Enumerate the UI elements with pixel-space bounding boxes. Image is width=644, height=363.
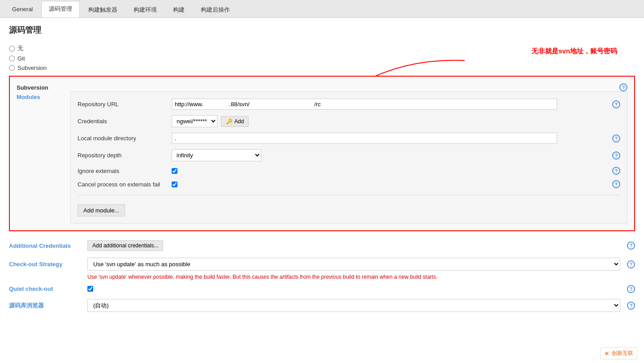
scm-radio-group: 无 Git Subversion bbox=[9, 44, 635, 71]
checkout-strategy-container: Check-out Strategy Use 'svn update' as m… bbox=[9, 258, 635, 280]
subversion-header-row: Subversion ? bbox=[17, 83, 627, 91]
checkout-strategy-select[interactable]: Use 'svn update' as much as possible Alw… bbox=[87, 258, 620, 271]
repository-url-help-icon[interactable]: ? bbox=[612, 100, 620, 108]
modules-content: Repository URL ? Credentials ngwei/*****… bbox=[70, 91, 627, 224]
add-additional-credentials-label: Add additional credentials... bbox=[92, 242, 158, 249]
subversion-section-label: Subversion bbox=[17, 84, 48, 91]
radio-none: 无 bbox=[9, 44, 635, 52]
tab-source-management[interactable]: 源码管理 bbox=[41, 1, 80, 17]
radio-git: Git bbox=[9, 55, 635, 62]
repository-depth-label: Repository depth bbox=[78, 152, 167, 159]
modules-container: Modules Repository URL ? Credentials bbox=[17, 91, 627, 224]
add-additional-credentials-button[interactable]: Add additional credentials... bbox=[87, 240, 163, 251]
radio-subversion-label: Subversion bbox=[17, 65, 47, 71]
radio-none-label: 无 bbox=[17, 44, 23, 52]
checkout-strategy-info: Use 'svn update' whenever possible, maki… bbox=[87, 274, 635, 280]
credentials-add-button[interactable]: 🔑 Add bbox=[221, 116, 249, 127]
repository-url-row: Repository URL ? bbox=[78, 99, 620, 110]
local-module-dir-help-icon[interactable]: ? bbox=[612, 134, 620, 143]
source-browser-help-icon[interactable]: ? bbox=[627, 302, 635, 310]
radio-git-label: Git bbox=[17, 55, 25, 62]
credentials-select[interactable]: ngwei/****** bbox=[172, 115, 217, 127]
radio-none-input[interactable] bbox=[9, 46, 15, 52]
modules-label: Modules bbox=[17, 91, 61, 224]
source-browser-row: 源码库浏览器 (自动) SVN Web Fisheye Phabricator … bbox=[9, 299, 635, 312]
local-module-dir-row: Local module directory ? bbox=[78, 133, 620, 144]
add-module-area: Add module... bbox=[78, 195, 620, 216]
local-module-dir-input[interactable] bbox=[172, 133, 557, 144]
quiet-checkout-label: Quiet check-out bbox=[9, 285, 81, 292]
subversion-section: Subversion ? Modules Repository URL ? bbox=[9, 76, 635, 231]
additional-credentials-row: Additional Credentials Add additional cr… bbox=[9, 240, 635, 251]
repository-url-label: Repository URL bbox=[78, 101, 167, 108]
footer: ✕ 创新互联 bbox=[600, 347, 637, 359]
cancel-process-help-icon[interactable]: ? bbox=[612, 180, 620, 188]
tab-bar: General 源码管理 构建触发器 构建环境 构建 构建后操作 bbox=[0, 0, 644, 18]
repository-url-input[interactable] bbox=[172, 99, 557, 110]
tab-build-environment[interactable]: 构建环境 bbox=[126, 2, 164, 17]
checkout-strategy-row: Check-out Strategy Use 'svn update' as m… bbox=[9, 258, 635, 271]
radio-subversion: Subversion bbox=[9, 65, 635, 71]
source-browser-label: 源码库浏览器 bbox=[9, 302, 81, 310]
additional-credentials-label: Additional Credentials bbox=[9, 242, 81, 249]
page-title: 源码管理 bbox=[9, 25, 635, 35]
additional-credentials-help-icon[interactable]: ? bbox=[627, 242, 635, 250]
repository-depth-row: Repository depth infinity empty files im… bbox=[78, 149, 620, 161]
tab-build-triggers[interactable]: 构建触发器 bbox=[81, 2, 125, 17]
tab-post-build[interactable]: 构建后操作 bbox=[193, 2, 238, 17]
local-module-dir-label: Local module directory bbox=[78, 135, 167, 142]
credentials-label: Credentials bbox=[78, 118, 167, 125]
radio-git-input[interactable] bbox=[9, 56, 15, 61]
page-content: 源码管理 无 Git Subversion 无非就是svn地址，账号密码 bbox=[0, 18, 644, 363]
credentials-row: Credentials ngwei/****** 🔑 Add bbox=[78, 115, 620, 127]
footer-logo: 创新互联 bbox=[612, 350, 633, 357]
key-icon: 🔑 bbox=[226, 118, 233, 125]
footer-icon: ✕ bbox=[604, 350, 609, 357]
checkout-strategy-help-icon[interactable]: ? bbox=[627, 260, 635, 268]
ignore-externals-help-icon[interactable]: ? bbox=[612, 167, 620, 175]
add-module-button[interactable]: Add module... bbox=[78, 204, 125, 216]
ignore-externals-checkbox[interactable] bbox=[172, 168, 177, 174]
cancel-process-label: Cancel process on externals fail bbox=[78, 181, 167, 188]
quiet-checkout-row: Quiet check-out ? bbox=[9, 285, 635, 292]
cancel-process-row: Cancel process on externals fail ? bbox=[78, 180, 620, 188]
tab-build[interactable]: 构建 bbox=[165, 2, 192, 17]
source-browser-select[interactable]: (自动) SVN Web Fisheye Phabricator bbox=[87, 299, 620, 312]
ignore-externals-row: Ignore externals ? bbox=[78, 167, 620, 175]
radio-subversion-input[interactable] bbox=[9, 65, 15, 71]
add-button-label: Add bbox=[234, 118, 244, 125]
repository-depth-help-icon[interactable]: ? bbox=[612, 151, 620, 160]
cancel-process-checkbox[interactable] bbox=[172, 182, 177, 187]
checkout-strategy-label: Check-out Strategy bbox=[9, 261, 81, 268]
quiet-checkout-help-icon[interactable]: ? bbox=[627, 285, 635, 293]
repository-depth-select[interactable]: infinity empty files immediates unknown bbox=[172, 149, 261, 161]
quiet-checkout-checkbox[interactable] bbox=[87, 286, 93, 292]
subversion-help-icon[interactable]: ? bbox=[619, 83, 627, 91]
tab-general[interactable]: General bbox=[4, 2, 40, 17]
ignore-externals-label: Ignore externals bbox=[78, 168, 167, 174]
